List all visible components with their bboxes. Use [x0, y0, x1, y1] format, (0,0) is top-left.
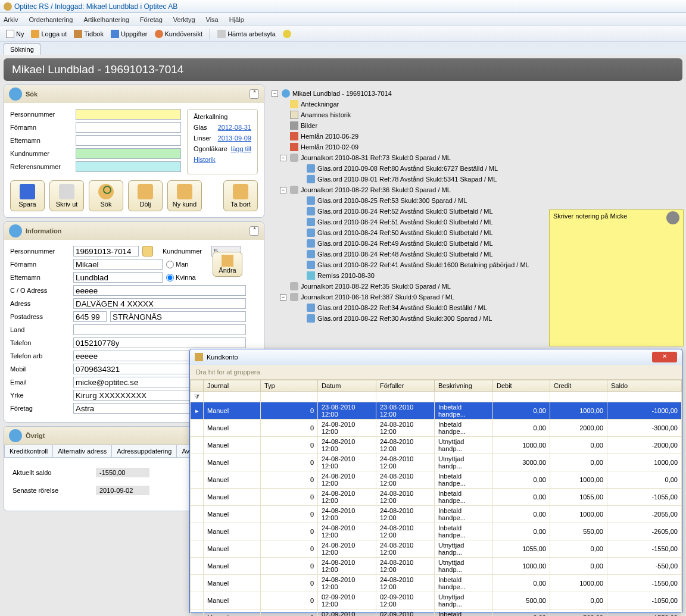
aterk-historik-link[interactable]: Historik	[194, 156, 216, 163]
tree-node[interactable]: Hemlån 2010-06-29	[280, 131, 679, 142]
toolbar-uppgifter[interactable]: Uppgifter	[108, 29, 150, 39]
info-personnummer-input[interactable]	[73, 246, 139, 257]
save-icon	[20, 184, 35, 199]
filter-cell[interactable]	[493, 392, 550, 402]
grid-row[interactable]: Manuel024-08-2010 12:0024-08-2010 12:00I…	[191, 471, 682, 489]
grid-row[interactable]: Manuel024-08-2010 12:0024-08-2010 12:00U…	[191, 454, 682, 471]
toolbar-hämtaarbetsyta[interactable]: Hämta arbetsyta	[215, 29, 278, 39]
search-referensnummer-input[interactable]	[76, 161, 181, 172]
col-header[interactable]: Datum	[318, 380, 376, 392]
info-fornamn-input[interactable]	[73, 259, 163, 270]
grid-row[interactable]: Manuel024-08-2010 12:0024-08-2010 12:00I…	[191, 575, 682, 592]
glas-icon	[307, 175, 315, 183]
radio-kvinna[interactable]: Kvinna	[166, 274, 196, 282]
radio-man[interactable]: Man	[166, 261, 188, 268]
filter-cell[interactable]	[261, 392, 318, 402]
dolj-button[interactable]: Dölj	[128, 180, 163, 211]
skrivut-button[interactable]: Skriv ut	[49, 180, 84, 211]
menu-företag[interactable]: Företag	[140, 16, 163, 23]
sok-button[interactable]: Sök	[89, 180, 123, 211]
dialog-titlebar[interactable]: Kundkonto ✕	[190, 349, 682, 365]
col-header[interactable]: Typ	[261, 380, 318, 392]
col-header[interactable]: Debit	[493, 380, 550, 392]
grid-row[interactable]: Manuel024-08-2010 12:0024-08-2010 12:00U…	[191, 437, 682, 454]
tree-node[interactable]: Glas.ord 2010-09-08 Ref:80 Avstånd Skuld…	[297, 163, 679, 174]
aterk-linser-link[interactable]: 2013-09-09	[218, 135, 251, 142]
grid-row[interactable]: Manuel024-08-2010 12:0024-08-2010 12:00I…	[191, 420, 682, 437]
group-hint[interactable]: Dra hit for at gruppera	[190, 365, 682, 380]
grid-row[interactable]: Manuel002-09-2010 12:0002-09-2010 12:00U…	[191, 592, 682, 609]
expander-icon[interactable]: −	[280, 155, 286, 161]
filter-cell[interactable]	[318, 392, 376, 402]
info-land-input[interactable]	[73, 324, 246, 335]
tabort-button[interactable]: Ta bort	[223, 180, 258, 211]
filter-cell[interactable]	[204, 392, 261, 402]
tree-node[interactable]: Hemlån 2010-02-09	[280, 142, 679, 152]
info-ort-input[interactable]	[110, 311, 246, 322]
grid-row[interactable]: Manuel024-08-2010 12:0024-08-2010 12:00I…	[191, 506, 682, 523]
expander-icon[interactable]: −	[272, 90, 278, 97]
filter-cell[interactable]	[550, 392, 607, 402]
menu-orderhantering[interactable]: Orderhantering	[29, 16, 73, 23]
aterk-glas-link[interactable]: 2012-08-31	[218, 124, 251, 131]
menu-hjälp[interactable]: Hjälp	[229, 16, 244, 23]
toolbar-pin[interactable]	[280, 29, 294, 39]
expander-icon[interactable]: −	[280, 294, 286, 301]
tree-node[interactable]: Anamnes historik	[280, 110, 679, 120]
tree-node[interactable]: Bilder	[280, 120, 679, 131]
ovrigt-tab-0[interactable]: Kreditkontroll	[4, 445, 53, 457]
tree-node[interactable]: −Mikael Lundblad - 19691013-7014	[272, 88, 679, 99]
grid-row[interactable]: Manuel024-08-2010 12:0024-08-2010 12:00U…	[191, 558, 682, 575]
menu-visa[interactable]: Visa	[206, 16, 219, 23]
collapse-button[interactable]: ˄	[250, 89, 259, 99]
tab-sokning[interactable]: Sökning	[4, 43, 40, 55]
toolbar-kundöversikt[interactable]: Kundöversikt	[152, 29, 205, 39]
tree-node[interactable]: −Journalkort 2010-08-31 Ref:73 Skuld:0 S…	[280, 152, 679, 163]
kundkonto-grid[interactable]: JournalTypDatumFörfallerBeskrivningDebit…	[190, 380, 682, 616]
menu-arkiv[interactable]: Arkiv	[4, 16, 18, 23]
search-fornamn-input[interactable]	[76, 122, 181, 133]
search-personnummer-input[interactable]	[76, 109, 181, 120]
grid-row[interactable]: Manuel024-08-2010 12:0024-08-2010 12:00U…	[191, 540, 682, 558]
andra-button[interactable]: Ändra	[213, 252, 242, 277]
sticky-note[interactable]: Skriver notering på Micke	[549, 209, 684, 346]
info-telefon-input[interactable]	[73, 337, 246, 348]
search-efternamn-input[interactable]	[76, 135, 181, 146]
col-header[interactable]: Journal	[204, 380, 261, 392]
tree-node[interactable]: Glas.ord 2010-08-25 Ref:53 Skuld:300 Spa…	[297, 195, 679, 206]
col-header[interactable]: Beskrivning	[435, 380, 493, 392]
menu-verktyg[interactable]: Verktyg	[173, 16, 195, 23]
col-header[interactable]: Credit	[550, 380, 607, 392]
filter-cell[interactable]	[376, 392, 435, 402]
info-co-input[interactable]	[73, 285, 246, 296]
collapse-button[interactable]: ˄	[250, 226, 259, 236]
grid-row[interactable]: Manuel024-08-2010 12:0024-08-2010 12:00I…	[191, 523, 682, 540]
grid-row[interactable]: Manuel024-08-2010 12:0024-08-2010 12:00I…	[191, 489, 682, 506]
aterk-ogon-link[interactable]: lägg till	[231, 145, 251, 152]
nykund-button[interactable]: Ny kund	[167, 180, 202, 211]
spara-button[interactable]: Spara	[10, 180, 45, 211]
info-postnr-input[interactable]	[73, 311, 107, 322]
col-header[interactable]: Förfaller	[376, 380, 435, 392]
tree-node[interactable]: Glas.ord 2010-09-01 Ref:78 Avstånd Skuld…	[297, 174, 679, 185]
menu-artikelhantering[interactable]: Artikelhantering	[83, 16, 129, 23]
toolbar-loggaut[interactable]: Logga ut	[29, 29, 69, 39]
lock-icon[interactable]	[142, 246, 153, 257]
toolbar-tidbok[interactable]: Tidbok	[71, 29, 106, 39]
info-adress-input[interactable]	[73, 298, 246, 309]
grid-row[interactable]: ▸Manuel023-08-2010 12:0023-08-2010 12:00…	[191, 402, 682, 420]
tree-node[interactable]: −Journalkort 2010-08-22 Ref:36 Skuld:0 S…	[280, 185, 679, 195]
search-kundnummer-input[interactable]	[76, 148, 181, 159]
toolbar-ny[interactable]: Ny	[4, 29, 26, 39]
ovrigt-tab-1[interactable]: Alternativ adress	[52, 445, 112, 457]
filter-cell[interactable]	[607, 392, 682, 402]
filter-cell[interactable]	[435, 392, 493, 402]
tree-node[interactable]: Anteckningar	[280, 99, 679, 110]
info-efternamn-input[interactable]	[73, 272, 163, 283]
filter-icon[interactable]: ⧩	[191, 392, 204, 402]
grid-row[interactable]: Manuel002-09-2010 12:0002-09-2010 12:00I…	[191, 609, 682, 617]
expander-icon[interactable]: −	[280, 187, 286, 193]
col-header[interactable]: Saldo	[607, 380, 682, 392]
ovrigt-tab-2[interactable]: Adressuppdatering	[111, 445, 177, 457]
close-button[interactable]: ✕	[652, 352, 677, 362]
